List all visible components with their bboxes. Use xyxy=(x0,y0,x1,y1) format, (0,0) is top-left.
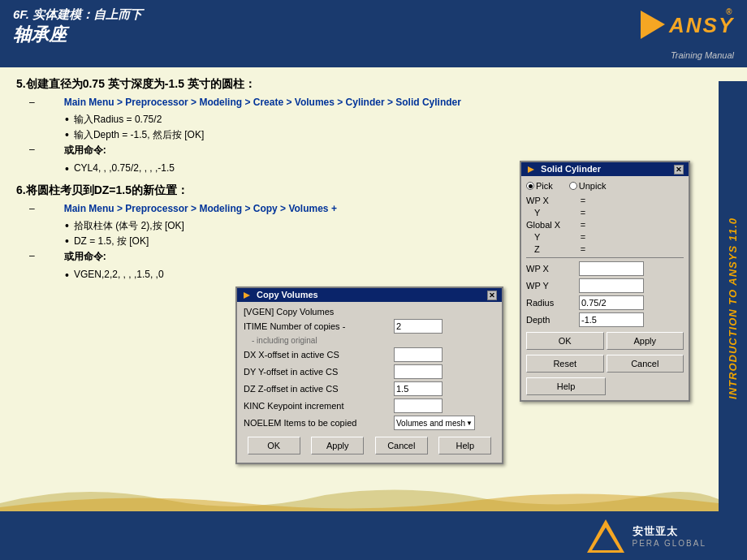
ok-button[interactable]: OK xyxy=(526,332,604,350)
footer: 安世亚太 PERA GLOBAL xyxy=(0,511,747,560)
svg-marker-4 xyxy=(244,292,250,299)
wpx-input[interactable] xyxy=(579,261,644,276)
section5-bullet2: 输入Depth = -1.5, 然后按 [OK] xyxy=(65,128,731,142)
solid-cylinder-btn-row3: Help xyxy=(526,377,684,395)
copy-btn-row: OK Apply Cancel Help xyxy=(244,437,495,458)
company-name: 安世亚太 xyxy=(633,524,706,539)
solid-cylinder-titlebar: Solid Cylinder ✕ xyxy=(521,162,689,176)
pera-logo-shape xyxy=(585,518,626,554)
copy-apply-button[interactable]: Apply xyxy=(311,437,364,454)
depth-row: Depth xyxy=(526,312,684,327)
copy-include-row: - including original xyxy=(244,336,495,345)
ansys-small-icon xyxy=(526,165,536,174)
solid-cylinder-title: Solid Cylinder xyxy=(526,164,601,174)
section5-menu-dash: – Main Menu > Preprocessor > Modeling > … xyxy=(16,97,731,110)
svg-text:ANSYS: ANSYS xyxy=(668,13,734,37)
sidebar-vertical-text: INTRODUCTION TO ANSYS 11.0 xyxy=(727,218,739,399)
pick-radio-btn[interactable] xyxy=(526,182,534,190)
svg-text:®: ® xyxy=(726,7,733,16)
training-manual-label: Training Manual xyxy=(637,50,734,60)
wpy-input[interactable] xyxy=(579,278,644,293)
copy-kinc-row: KINC Keypoint increment xyxy=(244,398,495,413)
copy-ok-button[interactable]: OK xyxy=(248,437,300,454)
solid-cylinder-body: Pick Unpick WP X = Y = Global X = Y = xyxy=(521,176,689,400)
right-sidebar: INTRODUCTION TO ANSYS 11.0 xyxy=(719,81,747,536)
section5-cmd-label: 或用命令: xyxy=(64,144,106,157)
y2-row: Y = xyxy=(526,232,684,242)
unpick-radio[interactable]: Unpick xyxy=(569,181,607,191)
wave-decoration xyxy=(0,479,719,511)
copy-dy-row: DY Y-offset in active CS xyxy=(244,364,495,379)
section5-bullet1: 输入Radius = 0.75/2 xyxy=(65,113,731,127)
itime-input[interactable] xyxy=(394,319,443,334)
dz-input[interactable] xyxy=(394,381,443,396)
copy-vgen-row: [VGEN] Copy Volumes xyxy=(244,307,495,317)
solid-cylinder-btn-row: OK Apply xyxy=(526,332,684,350)
footer-text-area: 安世亚太 PERA GLOBAL xyxy=(633,524,706,548)
section5-cmd-dash: – 或用命令: xyxy=(16,144,731,160)
kinc-input[interactable] xyxy=(394,398,443,413)
pick-unpick-row: Pick Unpick xyxy=(526,181,684,191)
y1-row: Y = xyxy=(526,208,684,218)
radius-row: Radius xyxy=(526,295,684,310)
copy-help-button[interactable]: Help xyxy=(438,437,491,454)
separator1 xyxy=(526,257,684,258)
header-title-line1: 6F. 实体建模：自上而下 xyxy=(13,6,142,23)
depth-input[interactable] xyxy=(579,312,644,327)
svg-marker-0 xyxy=(641,11,665,39)
dx-input[interactable] xyxy=(394,347,443,362)
copy-volumes-dialog: Copy Volumes ✕ [VGEN] Copy Volumes ITIME… xyxy=(235,286,503,464)
dy-input[interactable] xyxy=(394,364,443,379)
section6-menu-path: Main Menu > Preprocessor > Modeling > Co… xyxy=(64,203,337,214)
copy-volumes-titlebar: Copy Volumes ✕ xyxy=(237,288,502,302)
copy-itime-row: ITIME Number of copies - xyxy=(244,319,495,334)
copy-dz-row: DZ Z-offset in active CS xyxy=(244,381,495,396)
noelem-dropdown[interactable]: Volumes and mesh ▼ xyxy=(394,416,475,430)
copy-volumes-body: [VGEN] Copy Volumes ITIME Number of copi… xyxy=(237,302,502,463)
copy-close-icon[interactable]: ✕ xyxy=(487,291,497,300)
close-icon[interactable]: ✕ xyxy=(674,165,684,174)
reset-button[interactable]: Reset xyxy=(526,355,604,373)
section5-menu-path: Main Menu > Preprocessor > Modeling > Cr… xyxy=(64,97,461,108)
unpick-radio-btn[interactable] xyxy=(569,182,577,190)
apply-button[interactable]: Apply xyxy=(607,332,684,350)
svg-marker-3 xyxy=(528,166,534,173)
ansys-small-icon2 xyxy=(242,291,252,300)
copy-volumes-title: Copy Volumes xyxy=(242,290,318,300)
copy-cancel-button[interactable]: Cancel xyxy=(375,437,428,454)
copy-dx-row: DX X-offset in active CS xyxy=(244,347,495,362)
pick-radio[interactable]: Pick xyxy=(526,181,553,191)
wpx-row: WP X = xyxy=(526,196,684,205)
radius-input[interactable] xyxy=(579,295,644,310)
wave-svg xyxy=(0,479,719,511)
ansys-logo-svg: ANSYS ® xyxy=(637,6,734,43)
ansys-logo-area: ANSYS ® Training Manual xyxy=(637,6,734,60)
dropdown-arrow-icon: ▼ xyxy=(466,420,473,427)
wpy-row: WP Y xyxy=(526,278,684,293)
copy-noelem-row: NOELEM Items to be copied Volumes and me… xyxy=(244,416,495,430)
cancel-button[interactable]: Cancel xyxy=(607,355,684,373)
pera-logo-svg xyxy=(585,518,626,554)
section5-title: 5.创建直径为0.75 英寸深度为-1.5 英寸的圆柱： xyxy=(16,77,731,92)
header: 6F. 实体建模：自上而下 轴承座 ANSYS ® Training Manua… xyxy=(0,0,747,65)
help-button[interactable]: Help xyxy=(526,377,606,395)
globalx-row: Global X = xyxy=(526,220,684,230)
solid-cylinder-dialog: Solid Cylinder ✕ Pick Unpick WP X = Y = … xyxy=(520,161,690,402)
z-row: Z = xyxy=(526,244,684,254)
solid-cylinder-btn-row2: Reset Cancel xyxy=(526,355,684,373)
section6-cmd-label: 或用命令: xyxy=(64,250,106,264)
wpx2-row: WP X xyxy=(526,261,684,276)
footer-logo-area: 安世亚太 PERA GLOBAL xyxy=(585,518,706,554)
ansys-logo: ANSYS ® xyxy=(637,6,734,49)
header-title-line2: 轴承座 xyxy=(13,23,142,47)
company-sub: PERA GLOBAL xyxy=(633,539,706,548)
